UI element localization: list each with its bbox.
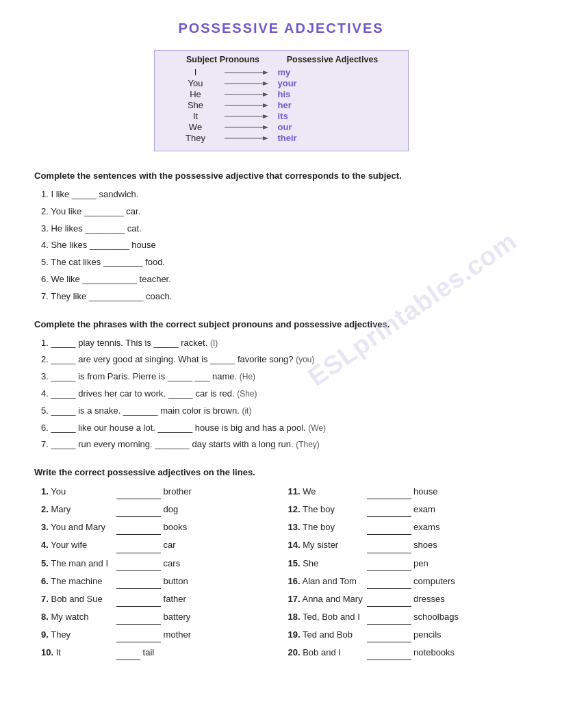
list-item: 4. She likes ________ house xyxy=(41,238,528,253)
section3-lists: 1. You brother2. Mary dog3. You and Mary… xyxy=(34,484,528,663)
list-item: 13. The boy exams xyxy=(288,520,528,535)
answer-blank xyxy=(116,579,161,589)
list-item: 2. You like ________ car. xyxy=(41,205,528,219)
list-item: 2. _____ are very good at singing. What … xyxy=(41,353,528,367)
table-row: You your xyxy=(168,78,387,88)
possessive-adjective: its xyxy=(278,111,333,121)
subject-pronoun: He xyxy=(168,89,223,99)
list-item: 20. Bob and I notebooks xyxy=(288,645,528,660)
pronoun-table: Subject Pronouns Possessive Adjectives I… xyxy=(154,50,409,151)
section2: Complete the phrases with the correct su… xyxy=(34,319,528,453)
table-row: It its xyxy=(168,111,387,121)
list-item: 18. Ted, Bob and I schoolbags xyxy=(288,610,528,625)
list-item: 14. My sister shoes xyxy=(288,538,528,553)
subject-pronoun: You xyxy=(168,78,223,88)
subject-word: 16. Alan and Tom xyxy=(288,574,367,589)
answer-blank xyxy=(116,490,161,499)
answer-blank xyxy=(116,597,161,607)
list-item: 12. The boy exam xyxy=(288,502,528,517)
subject-word: 17. Anna and Mary xyxy=(288,592,367,607)
section2-title: Complete the phrases with the correct su… xyxy=(34,319,528,329)
list-item: 8. My watch battery xyxy=(41,610,281,625)
subject-word: 12. The boy xyxy=(288,502,367,517)
subject-word: 5. The man and I xyxy=(41,556,116,571)
list-item: 6. _____ like our house a lot. _______ h… xyxy=(41,421,528,436)
svg-marker-13 xyxy=(263,136,268,140)
arrow xyxy=(223,112,278,121)
subject-word: 18. Ted, Bob and I xyxy=(288,610,367,625)
answer-blank xyxy=(367,597,411,607)
subject-word: 19. Ted and Bob xyxy=(288,627,367,642)
arrow xyxy=(223,90,278,99)
hint: (you) xyxy=(296,355,314,364)
list-item: 5. _____ is a snake. _______ main color … xyxy=(41,404,528,418)
hint: (He) xyxy=(240,372,255,381)
list-item: 5. The man and I cars xyxy=(41,556,281,571)
section3-right: 11. We house12. The boy exam13. The boy … xyxy=(281,484,528,663)
answer-blank xyxy=(367,490,411,499)
possessive-adjective: their xyxy=(278,133,333,143)
subject-pronoun: I xyxy=(168,67,223,77)
hint: (it) xyxy=(242,406,251,416)
page-title: POSSESSIVE ADJECTIVES xyxy=(34,21,528,36)
list-item: 3. You and Mary books xyxy=(41,520,281,535)
svg-marker-1 xyxy=(263,71,268,75)
table-row: I my xyxy=(168,67,387,77)
subject-word: 4. Your wife xyxy=(41,538,116,553)
answer-blank xyxy=(116,544,161,553)
answer-blank xyxy=(367,525,411,535)
list-item: 16. Alan and Tom computers xyxy=(288,574,528,589)
table-header: Subject Pronouns Possessive Adjectives xyxy=(168,55,387,64)
section1: Complete the sentences with the possessi… xyxy=(34,171,528,304)
answer-blank xyxy=(116,562,161,571)
list-item: 1. You brother xyxy=(41,484,281,499)
arrow xyxy=(223,123,278,132)
subject-word: 20. Bob and I xyxy=(288,645,367,660)
answer-blank xyxy=(116,507,161,517)
answer-blank xyxy=(116,651,140,660)
section3-title: Write the correct possessive adjectives … xyxy=(34,467,528,477)
svg-marker-5 xyxy=(263,92,268,97)
subject-word: 1. You xyxy=(41,484,116,499)
svg-marker-7 xyxy=(263,103,268,108)
section3: Write the correct possessive adjectives … xyxy=(34,467,528,663)
subject-word: 13. The boy xyxy=(288,520,367,535)
section2-list: 1. _____ play tennis. This is _____ rack… xyxy=(34,336,528,453)
subject-word: 2. Mary xyxy=(41,502,116,517)
list-item: 6. The machine button xyxy=(41,574,281,589)
answer-blank xyxy=(367,562,411,571)
list-item: 1. _____ play tennis. This is _____ rack… xyxy=(41,336,528,351)
hint: (We) xyxy=(308,423,326,433)
arrow xyxy=(223,134,278,143)
svg-marker-3 xyxy=(263,81,268,86)
subject-pronoun: She xyxy=(168,100,223,110)
answer-blank xyxy=(116,615,161,625)
subject-pronoun: They xyxy=(168,133,223,143)
answer-blank xyxy=(367,579,411,589)
list-item: 7. _____ run every morning. _______ day … xyxy=(41,438,528,452)
answer-blank xyxy=(367,633,411,642)
list-item: 11. We house xyxy=(288,484,528,499)
list-item: 10. It tail xyxy=(41,645,281,660)
svg-marker-11 xyxy=(263,125,268,129)
list-item: 6. We like ___________ teacher. xyxy=(41,273,528,287)
subject-word: 11. We xyxy=(288,484,367,499)
list-item: 19. Ted and Bob pencils xyxy=(288,627,528,642)
possessive-adjective: our xyxy=(278,122,333,132)
possessive-adjective: your xyxy=(278,78,333,88)
list-item: 4. _____ drives her car to work. _____ c… xyxy=(41,387,528,401)
answer-blank xyxy=(367,615,411,625)
section1-title: Complete the sentences with the possessi… xyxy=(34,171,528,181)
answer-blank xyxy=(116,525,161,535)
subject-word: 9. They xyxy=(41,627,116,642)
subject-word: 7. Bob and Sue xyxy=(41,592,116,607)
list-item: 2. Mary dog xyxy=(41,502,281,517)
subject-word: 15. She xyxy=(288,556,367,571)
answer-blank xyxy=(367,651,411,660)
table-row: She her xyxy=(168,100,387,110)
possessive-adjective: his xyxy=(278,89,333,99)
svg-marker-9 xyxy=(263,114,268,118)
possessive-adjective: her xyxy=(278,100,333,110)
list-item: 5. The cat likes ________ food. xyxy=(41,255,528,270)
list-item: 4. Your wife car xyxy=(41,538,281,553)
